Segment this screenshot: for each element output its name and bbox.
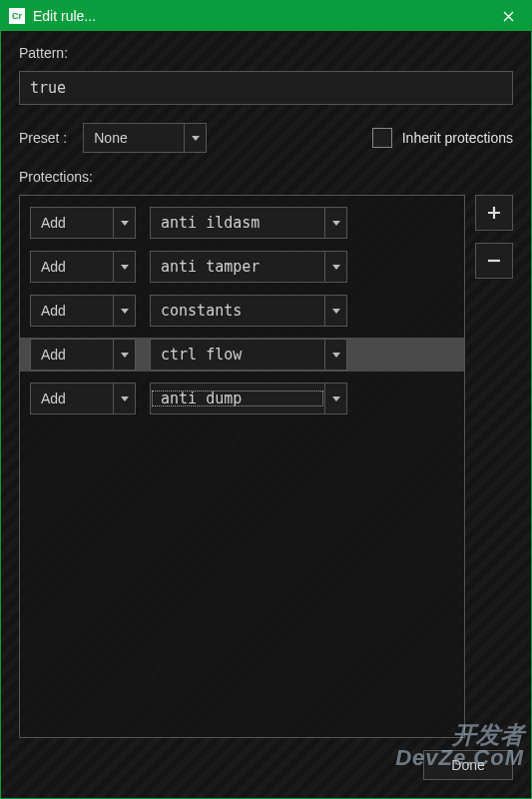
- protection-name-select[interactable]: anti tamper: [150, 251, 347, 283]
- preset-select-value: None: [84, 130, 184, 146]
- protection-name-value: anti dump: [151, 390, 324, 407]
- preset-select[interactable]: None: [83, 123, 207, 153]
- chevron-down-icon: [184, 124, 206, 152]
- chevron-down-icon: [324, 384, 346, 413]
- protection-mode-value: Add: [31, 391, 113, 406]
- protection-mode-value: Add: [31, 259, 113, 275]
- protection-mode-select[interactable]: Add: [30, 339, 136, 371]
- protection-mode-select[interactable]: Add: [30, 251, 136, 283]
- titlebar: Cr Edit rule...: [1, 1, 531, 31]
- close-button[interactable]: [493, 3, 523, 29]
- plus-icon: [487, 206, 501, 220]
- chevron-down-icon: [113, 340, 135, 370]
- chevron-down-icon: [324, 296, 346, 326]
- chevron-down-icon: [113, 384, 135, 413]
- protection-name-select[interactable]: ctrl flow: [150, 339, 347, 371]
- inherit-checkbox-wrap[interactable]: Inherit protections: [372, 128, 513, 148]
- protection-mode-value: Add: [31, 347, 113, 363]
- protection-mode-select[interactable]: Add: [30, 295, 136, 327]
- protection-mode-value: Add: [31, 303, 113, 319]
- app-icon: Cr: [9, 8, 25, 24]
- inherit-label: Inherit protections: [402, 130, 513, 146]
- minus-icon: [487, 254, 501, 268]
- dialog-content: Pattern: Preset : None Inherit protectio…: [1, 31, 531, 750]
- protection-row[interactable]: Addconstants: [28, 294, 456, 328]
- inherit-checkbox[interactable]: [372, 128, 392, 148]
- protection-name-select[interactable]: constants: [150, 295, 347, 327]
- pattern-input[interactable]: [19, 71, 513, 105]
- protection-row[interactable]: Addanti dump: [28, 382, 456, 415]
- done-button[interactable]: Done: [423, 750, 513, 780]
- dialog-footer: Done: [1, 750, 531, 798]
- protection-row[interactable]: Addctrl flow: [20, 338, 464, 372]
- remove-protection-button[interactable]: [475, 243, 513, 279]
- chevron-down-icon: [113, 252, 135, 282]
- protection-mode-select[interactable]: Add: [30, 207, 136, 239]
- protection-name-value: anti ildasm: [151, 214, 324, 232]
- preset-label: Preset :: [19, 130, 67, 146]
- protections-label: Protections:: [19, 169, 513, 185]
- protection-name-select[interactable]: anti dump: [150, 383, 347, 414]
- protection-mode-value: Add: [31, 215, 113, 231]
- protections-list[interactable]: Addanti ildasmAddanti tamperAddconstants…: [19, 195, 465, 738]
- chevron-down-icon: [324, 208, 346, 238]
- protection-name-value: constants: [151, 302, 324, 320]
- edit-rule-dialog: Cr Edit rule... Pattern: Preset : None I…: [0, 0, 532, 799]
- side-buttons: [475, 195, 513, 738]
- add-protection-button[interactable]: [475, 195, 513, 231]
- chevron-down-icon: [324, 252, 346, 282]
- protections-area: Addanti ildasmAddanti tamperAddconstants…: [19, 195, 513, 738]
- protection-name-value: ctrl flow: [151, 346, 324, 364]
- chevron-down-icon: [113, 208, 135, 238]
- chevron-down-icon: [113, 296, 135, 326]
- protection-row[interactable]: Addanti tamper: [28, 250, 456, 284]
- protection-name-select[interactable]: anti ildasm: [150, 207, 347, 239]
- preset-row: Preset : None Inherit protections: [19, 123, 513, 153]
- protection-mode-select[interactable]: Add: [30, 383, 136, 414]
- window-title: Edit rule...: [33, 8, 493, 24]
- protection-name-value: anti tamper: [151, 258, 324, 276]
- chevron-down-icon: [324, 340, 346, 370]
- close-icon: [503, 11, 514, 22]
- pattern-label: Pattern:: [19, 45, 513, 61]
- protection-row[interactable]: Addanti ildasm: [28, 206, 456, 240]
